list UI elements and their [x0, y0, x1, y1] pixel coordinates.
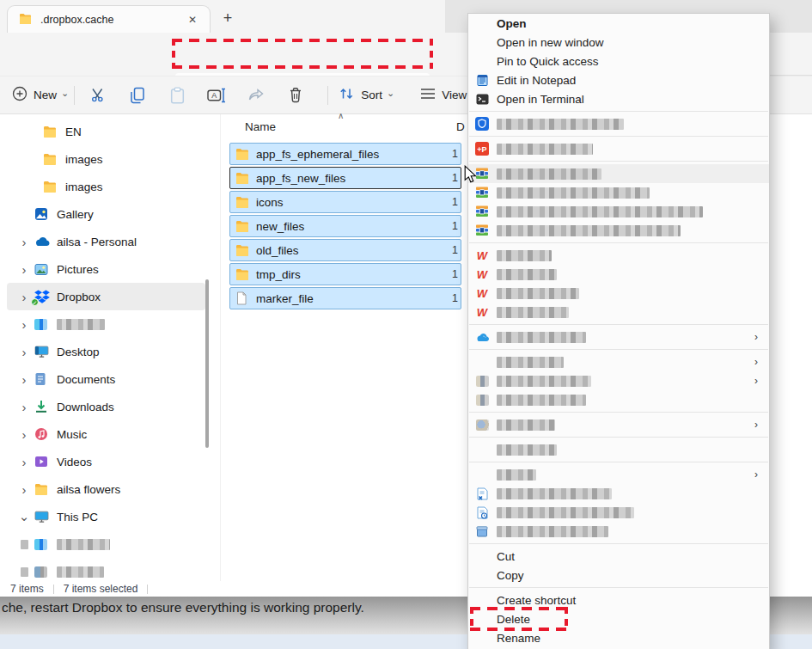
sidebar-item-documents[interactable]: ›Documents: [7, 365, 205, 393]
menu-item-blurred[interactable]: [468, 114, 769, 133]
sidebar-item-ailsa-personal[interactable]: ›ailsa - Personal: [7, 228, 205, 255]
menu-item-cut[interactable]: Cut: [468, 547, 769, 566]
chevron-right-icon[interactable]: ›: [14, 482, 34, 497]
menu-item-open-in-new-window[interactable]: Open in new window: [468, 33, 769, 52]
sidebar-item-pictures[interactable]: ›Pictures: [7, 255, 205, 283]
sidebar-item-blurred[interactable]: ›: [7, 310, 205, 338]
sidebar-item-images[interactable]: images: [7, 173, 205, 200]
file-row-app-fs-ephemeral-files[interactable]: app_fs_ephemeral_files1: [229, 143, 461, 165]
menu-item-blurred[interactable]: W: [468, 265, 769, 284]
chevron-right-icon[interactable]: ›: [14, 317, 34, 332]
wps-icon: W: [474, 287, 490, 299]
wps-icon: W: [474, 268, 490, 280]
menu-item-edit-in-notepad[interactable]: Edit in Notepad: [468, 70, 769, 89]
new-tab-button[interactable]: +: [217, 8, 239, 30]
chevron-right-icon[interactable]: ›: [14, 455, 34, 469]
new-button[interactable]: New ⌄: [12, 86, 69, 105]
close-tab-icon[interactable]: ✕: [184, 13, 201, 27]
sidebar-item-ailsa-flowers[interactable]: ›ailsa flowers: [7, 475, 205, 503]
menu-item-open[interactable]: Open: [468, 14, 769, 33]
chevron-right-icon[interactable]: ›: [14, 262, 34, 277]
menu-item-blurred[interactable]: ›: [468, 465, 769, 484]
file-name: new_files: [256, 220, 304, 233]
file-row-old-files[interactable]: old_files1: [229, 239, 461, 261]
menu-separator: [469, 462, 768, 462]
menu-item-blurred[interactable]: +P: [468, 139, 769, 158]
blur-color-icon: [34, 319, 57, 330]
column-header-date[interactable]: D: [456, 120, 465, 133]
menu-item-label: Rename: [497, 632, 540, 645]
view-button[interactable]: View: [420, 88, 467, 103]
chevron-right-icon[interactable]: ›: [14, 372, 34, 387]
copy-button[interactable]: [125, 83, 150, 108]
column-header-name[interactable]: Name: [245, 120, 276, 133]
menu-item-copy[interactable]: Copy: [468, 566, 769, 585]
thispc-icon: [34, 511, 57, 523]
sidebar-item-dropbox[interactable]: ›✓Dropbox: [7, 283, 205, 310]
sidebar-item-images[interactable]: images: [7, 145, 205, 173]
file-date-fragment: 1: [452, 172, 458, 184]
sidebar-item-label: Pictures: [57, 263, 99, 276]
folder-icon: [235, 148, 256, 160]
menu-item-create-shortcut[interactable]: Create shortcut: [468, 591, 769, 609]
menu-item-pin-to-quick-access[interactable]: Pin to Quick access: [468, 52, 769, 70]
menu-item-blurred[interactable]: ›: [468, 415, 769, 434]
paste-button[interactable]: [164, 83, 190, 108]
submenu-arrow-icon: ›: [754, 419, 758, 431]
menu-item-blurred[interactable]: [468, 202, 769, 221]
sidebar-item-blurred[interactable]: [7, 530, 205, 558]
cloud-icon: [474, 332, 490, 342]
menu-item-blurred[interactable]: ›: [468, 328, 769, 346]
menu-item-blurred[interactable]: ›: [468, 352, 769, 371]
submenu-arrow-icon: ›: [754, 356, 758, 368]
menu-item-blurred[interactable]: [468, 183, 769, 202]
menu-item-open-in-terminal[interactable]: Open in Terminal: [468, 89, 769, 108]
delete-button[interactable]: [283, 83, 308, 108]
chevron-down-icon[interactable]: ⌄: [14, 509, 34, 524]
file-row-app-fs-new-files[interactable]: app_fs_new_files1: [229, 167, 461, 189]
file-row-tmp-dirs[interactable]: tmp_dirs1: [229, 263, 461, 285]
sidebar-item-gallery[interactable]: Gallery: [7, 200, 205, 228]
blurred-label: [57, 319, 105, 330]
chevron-right-icon[interactable]: ›: [14, 427, 34, 442]
chevron-right-icon[interactable]: ›: [14, 235, 34, 249]
submenu-arrow-icon: ›: [754, 468, 758, 481]
sidebar-scrollbar[interactable]: [205, 279, 209, 448]
menu-item-blurred[interactable]: [468, 221, 769, 240]
menu-item-blurred[interactable]: W: [468, 303, 769, 321]
chevron-right-icon[interactable]: ›: [14, 400, 34, 414]
menu-item-blurred[interactable]: [468, 503, 769, 522]
sidebar-item-en[interactable]: EN: [7, 118, 205, 145]
menu-item-blurred[interactable]: [468, 390, 769, 409]
file-row-icons[interactable]: icons1: [229, 191, 461, 213]
menu-item-blurred[interactable]: W: [468, 246, 769, 265]
menu-item-delete[interactable]: Delete: [468, 609, 769, 628]
chevron-right-icon[interactable]: ›: [14, 345, 34, 359]
sidebar-item-label: images: [65, 181, 103, 193]
pdf-icon: +P: [474, 142, 490, 156]
menu-item-blurred[interactable]: [468, 484, 769, 503]
explorer-tab[interactable]: .dropbox.cache ✕: [7, 5, 211, 33]
menu-separator: [469, 324, 768, 325]
sidebar-item-music[interactable]: ›Music: [7, 420, 205, 448]
file-row-new-files[interactable]: new_files1: [229, 215, 461, 237]
file-row-marker-file[interactable]: marker_file1: [229, 287, 461, 309]
share-button[interactable]: [243, 83, 269, 108]
menu-item-blurred[interactable]: [468, 522, 769, 541]
tab-title: .dropbox.cache: [40, 14, 184, 26]
music-icon: [34, 427, 57, 441]
cut-button[interactable]: [85, 83, 111, 108]
menu-item-blurred[interactable]: W: [468, 284, 769, 303]
sidebar-item-blurred[interactable]: [7, 558, 205, 581]
menu-item-blurred[interactable]: [468, 440, 769, 459]
rename-button[interactable]: A: [204, 83, 229, 108]
sidebar-item-desktop[interactable]: ›Desktop: [7, 338, 205, 365]
menu-item-blurred[interactable]: [468, 164, 769, 183]
menu-item-rename[interactable]: Rename: [468, 628, 769, 647]
sidebar-item-this-pc[interactable]: ⌄This PC: [7, 503, 205, 530]
file-list: app_fs_ephemeral_files1app_fs_new_files1…: [229, 143, 461, 311]
sort-button[interactable]: Sort ⌄: [339, 87, 394, 104]
sidebar-item-videos[interactable]: ›Videos: [7, 448, 205, 475]
sidebar-item-downloads[interactable]: ›Downloads: [7, 393, 205, 420]
menu-item-blurred[interactable]: ›: [468, 371, 769, 390]
